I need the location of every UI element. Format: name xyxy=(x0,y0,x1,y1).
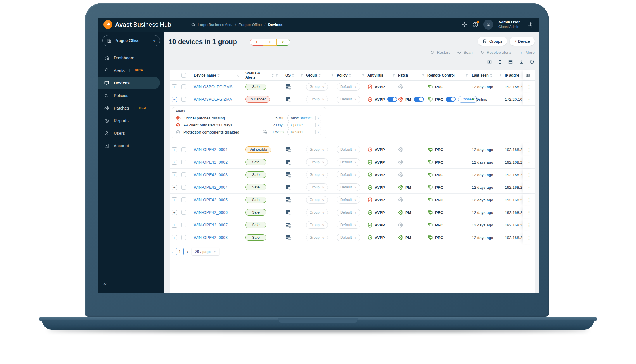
row-checkbox[interactable] xyxy=(181,223,186,227)
select-all-checkbox[interactable] xyxy=(181,73,186,78)
policy-dropdown[interactable]: Default∨ xyxy=(337,183,360,191)
column-picker-icon[interactable] xyxy=(523,70,535,80)
group-dropdown[interactable]: Group∨ xyxy=(306,196,328,204)
group-dropdown[interactable]: Group∨ xyxy=(306,209,328,216)
row-checkbox[interactable] xyxy=(181,172,186,177)
filter-icon[interactable] xyxy=(300,73,304,77)
col-group[interactable]: Group xyxy=(306,73,317,77)
device-name-link[interactable]: WIN-OPE42_0002 xyxy=(191,160,228,164)
policy-dropdown[interactable]: Default∨ xyxy=(337,171,360,178)
sidebar-item-users[interactable]: Users xyxy=(98,127,164,139)
row-menu-button[interactable]: ⋮ xyxy=(527,84,531,90)
row-menu-button[interactable]: ⋮ xyxy=(527,185,531,190)
policy-dropdown[interactable]: Default∨ xyxy=(337,146,360,153)
expand-all-icon[interactable] xyxy=(487,60,492,65)
group-dropdown[interactable]: Group∨ xyxy=(306,183,328,191)
table-view-icon[interactable] xyxy=(508,60,513,65)
antivirus-toggle[interactable] xyxy=(387,97,397,102)
expand-row-button[interactable]: + xyxy=(172,235,177,240)
home-icon[interactable] xyxy=(191,22,195,27)
group-dropdown[interactable]: Group∨ xyxy=(306,171,328,178)
sidebar-item-alerts[interactable]: Alerts |BETA xyxy=(98,64,164,77)
sort-icon[interactable] xyxy=(217,74,220,77)
group-selector[interactable]: Prague Office ∨ xyxy=(102,35,160,46)
filter-icon[interactable] xyxy=(465,73,469,77)
row-checkbox[interactable] xyxy=(181,160,186,164)
policy-dropdown[interactable]: Default∨ xyxy=(337,221,360,229)
expand-row-button[interactable]: + xyxy=(172,185,177,190)
next-page-button[interactable]: › xyxy=(187,249,188,254)
row-height-icon[interactable] xyxy=(498,60,502,65)
device-name-link[interactable]: WIN-OPE42_0005 xyxy=(191,197,228,202)
alert-action-button[interactable]: Update∨ xyxy=(287,122,322,128)
current-page-button[interactable]: 1 xyxy=(176,248,184,255)
col-remote-control[interactable]: Remote Control xyxy=(427,73,455,77)
device-name-link[interactable]: WIN-OPE42_0006 xyxy=(191,210,228,215)
device-status-counts[interactable]: 1 1 8 xyxy=(250,39,290,46)
company-switcher-icon[interactable] xyxy=(526,21,533,28)
sidebar-item-patches[interactable]: Patches |NEW xyxy=(98,102,164,114)
device-name-link[interactable]: WIN-O3POLFGIPMS xyxy=(191,84,232,89)
gear-icon[interactable] xyxy=(462,22,467,27)
col-device-name[interactable]: Device name xyxy=(194,73,216,77)
device-name-link[interactable]: WIN-OPE42_0008 xyxy=(191,235,228,240)
filter-icon[interactable] xyxy=(392,73,396,77)
expand-row-button[interactable]: + xyxy=(172,160,177,165)
filter-icon[interactable] xyxy=(331,73,334,77)
user-info[interactable]: Admin User Global Admin xyxy=(498,20,520,29)
row-menu-button[interactable]: ⋮ xyxy=(527,210,531,215)
device-name-link[interactable]: WIN-OPE42_0001 xyxy=(191,147,228,152)
row-menu-button[interactable]: ⋮ xyxy=(527,197,531,203)
safe-count-badge[interactable]: 8 xyxy=(277,39,290,46)
sort-icon[interactable] xyxy=(272,74,274,77)
refresh-icon[interactable] xyxy=(530,60,535,65)
prev-page-button[interactable]: ‹ xyxy=(171,249,173,254)
group-dropdown[interactable]: Group∨ xyxy=(306,96,328,103)
policy-dropdown[interactable]: Default∨ xyxy=(337,196,360,204)
row-checkbox[interactable] xyxy=(181,147,186,152)
patch-toggle[interactable] xyxy=(414,97,424,102)
sort-icon[interactable] xyxy=(319,74,321,77)
more-action[interactable]: ⋮ More xyxy=(519,50,535,55)
col-ip-address[interactable]: IP addre xyxy=(505,73,519,77)
col-os[interactable]: OS xyxy=(285,73,291,77)
alert-action-button[interactable]: View patches∨ xyxy=(287,115,322,121)
filter-icon[interactable] xyxy=(275,73,279,77)
filter-icon[interactable] xyxy=(499,73,502,77)
policy-dropdown[interactable]: Default∨ xyxy=(337,234,360,241)
row-menu-button[interactable]: ⋮ xyxy=(527,160,531,165)
row-menu-button[interactable]: ⋮ xyxy=(527,222,531,228)
filter-icon[interactable] xyxy=(361,73,365,77)
help-icon[interactable] xyxy=(472,22,478,28)
row-menu-button[interactable]: ⋮ xyxy=(527,172,531,178)
expand-row-button[interactable]: + xyxy=(172,197,177,202)
col-last-seen[interactable]: Last seen xyxy=(472,73,489,77)
group-dropdown[interactable]: Group∨ xyxy=(306,83,328,91)
group-dropdown[interactable]: Group∨ xyxy=(306,234,328,241)
col-patch[interactable]: Patch xyxy=(398,73,408,77)
danger-count-badge[interactable]: 1 xyxy=(250,39,263,46)
col-antivirus[interactable]: Antivirus xyxy=(367,73,383,77)
alert-action-button[interactable]: Restart∨ xyxy=(287,129,322,135)
row-checkbox[interactable] xyxy=(181,235,186,240)
device-name-link[interactable]: WIN-OPE42_0007 xyxy=(191,223,228,227)
breadcrumb-account[interactable]: Large Business Acc. xyxy=(198,22,232,27)
download-icon[interactable] xyxy=(519,60,524,65)
device-name-link[interactable]: WIN-OPE42_0004 xyxy=(191,185,228,190)
row-checkbox[interactable] xyxy=(181,197,186,202)
row-checkbox[interactable] xyxy=(181,97,186,102)
groups-button[interactable]: Groups xyxy=(478,37,507,46)
expand-row-button[interactable]: + xyxy=(172,147,177,152)
policy-dropdown[interactable]: Default∨ xyxy=(337,96,360,103)
col-status[interactable]: Status & Alerts xyxy=(245,71,270,79)
restart-action[interactable]: Restart xyxy=(430,50,450,55)
sort-icon[interactable] xyxy=(490,74,492,77)
search-icon[interactable] xyxy=(235,73,239,77)
breadcrumb-site[interactable]: Prague Office xyxy=(238,22,262,27)
row-menu-button[interactable]: ⋮ xyxy=(527,235,531,240)
device-name-link[interactable]: WIN-O3POLFGIZMA xyxy=(191,97,232,102)
policy-dropdown[interactable]: Default∨ xyxy=(337,158,360,166)
page-size-select[interactable]: 25 / page ∨ xyxy=(192,248,219,255)
policy-dropdown[interactable]: Default∨ xyxy=(337,83,360,91)
row-checkbox[interactable] xyxy=(181,84,186,89)
